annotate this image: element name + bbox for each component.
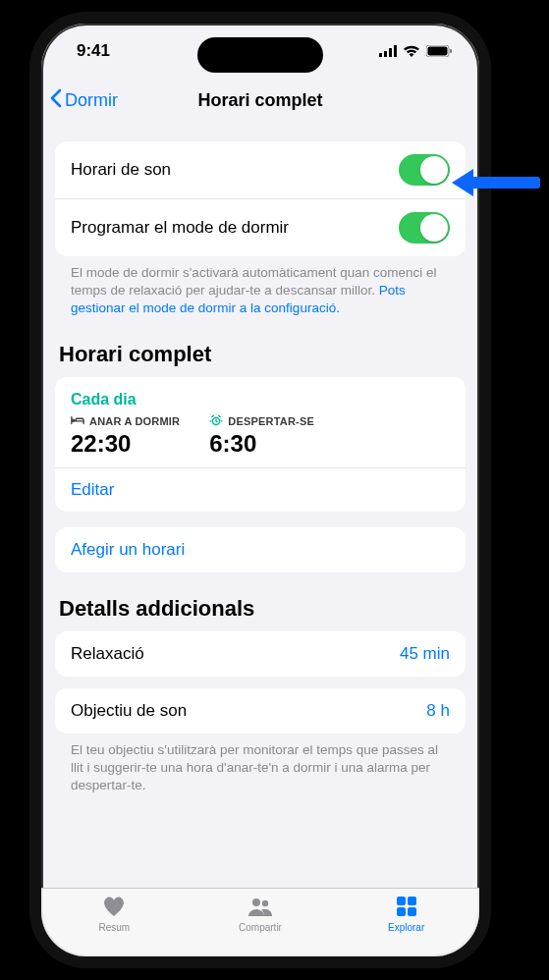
bedtime-value: 22:30	[71, 430, 180, 458]
sleep-schedule-toggle[interactable]	[399, 154, 450, 186]
phone-frame: 9:41 Dormir Horari complet Horari de son	[29, 12, 491, 968]
svg-rect-1	[384, 51, 387, 57]
callout-arrow-icon	[452, 163, 540, 206]
svg-rect-11	[408, 897, 416, 905]
status-time: 9:41	[77, 41, 110, 61]
sleep-goal-label: Objectiu de son	[71, 701, 187, 721]
back-button[interactable]: Dormir	[49, 88, 118, 113]
add-schedule-button[interactable]: Afegir un horari	[55, 527, 466, 572]
schedule-card: Cada dia ANAR A DORMIR 22:30	[55, 377, 466, 512]
tab-browse-label: Explorar	[388, 922, 424, 933]
back-label: Dormir	[65, 90, 118, 111]
dynamic-island	[197, 37, 323, 73]
wake-value: 6:30	[209, 430, 314, 458]
nav-bar: Dormir Horari complet	[41, 79, 479, 122]
wind-down-card: Relaxació 45 min	[55, 631, 466, 677]
wake-label: DESPERTAR-SE	[228, 415, 314, 427]
bed-icon	[71, 414, 84, 428]
toggles-card: Horari de son Programar el mode de dormi…	[55, 141, 466, 256]
add-schedule-card: Afegir un horari	[55, 527, 466, 572]
sleep-goal-value: 8 h	[426, 701, 450, 721]
battery-icon	[426, 45, 452, 57]
tab-share-label: Compartir	[239, 922, 282, 933]
wind-down-label: Relaxació	[71, 644, 144, 664]
people-icon	[247, 895, 274, 920]
goal-footnote: El teu objectiu s'utilitzarà per monitor…	[55, 734, 466, 795]
goal-card: Objectiu de son 8 h	[55, 688, 466, 734]
wifi-icon	[403, 45, 420, 57]
details-header: Detalls addicionals	[55, 572, 466, 631]
svg-point-9	[262, 900, 268, 906]
wake-block: DESPERTAR-SE 6:30	[209, 414, 314, 458]
svg-rect-12	[397, 907, 406, 916]
content-scroll[interactable]: Horari de son Programar el mode de dormi…	[41, 132, 479, 888]
tab-browse[interactable]: Explorar	[362, 895, 451, 933]
tab-bar: Resum Compartir Explorar	[41, 888, 479, 956]
grid-icon	[393, 895, 420, 920]
svg-rect-14	[471, 177, 540, 189]
tab-summary-label: Resum	[98, 922, 130, 933]
svg-rect-5	[428, 47, 448, 56]
tab-share[interactable]: Compartir	[216, 895, 304, 933]
schedule-focus-row: Programar el mode de dormir	[55, 198, 466, 256]
schedule-focus-label: Programar el mode de dormir	[71, 218, 289, 238]
sleep-schedule-label: Horari de son	[71, 160, 171, 180]
svg-rect-13	[408, 907, 416, 916]
wind-down-row[interactable]: Relaxació 45 min	[55, 631, 466, 677]
schedule-focus-toggle[interactable]	[399, 212, 450, 244]
edit-schedule-button[interactable]: Editar	[55, 467, 466, 512]
chevron-left-icon	[49, 88, 63, 113]
wind-down-value: 45 min	[400, 644, 450, 664]
tab-summary[interactable]: Resum	[70, 895, 158, 933]
svg-rect-6	[450, 49, 452, 53]
focus-footnote: El mode de dormir s'activarà automàticam…	[55, 256, 466, 318]
bedtime-block: ANAR A DORMIR 22:30	[71, 414, 180, 458]
schedule-days: Cada dia	[71, 391, 450, 408]
sleep-schedule-row: Horari de son	[55, 141, 466, 198]
bedtime-label: ANAR A DORMIR	[89, 415, 180, 427]
alarm-icon	[209, 414, 223, 428]
heart-icon	[100, 895, 128, 920]
svg-rect-2	[389, 48, 392, 57]
svg-rect-0	[379, 53, 382, 57]
sleep-goal-row[interactable]: Objectiu de son 8 h	[55, 688, 466, 734]
cellular-icon	[379, 45, 397, 57]
svg-rect-10	[397, 897, 406, 905]
page-title: Horari complet	[197, 90, 322, 111]
svg-rect-3	[394, 45, 397, 57]
svg-point-8	[252, 898, 260, 906]
full-schedule-header: Horari complet	[55, 318, 466, 377]
